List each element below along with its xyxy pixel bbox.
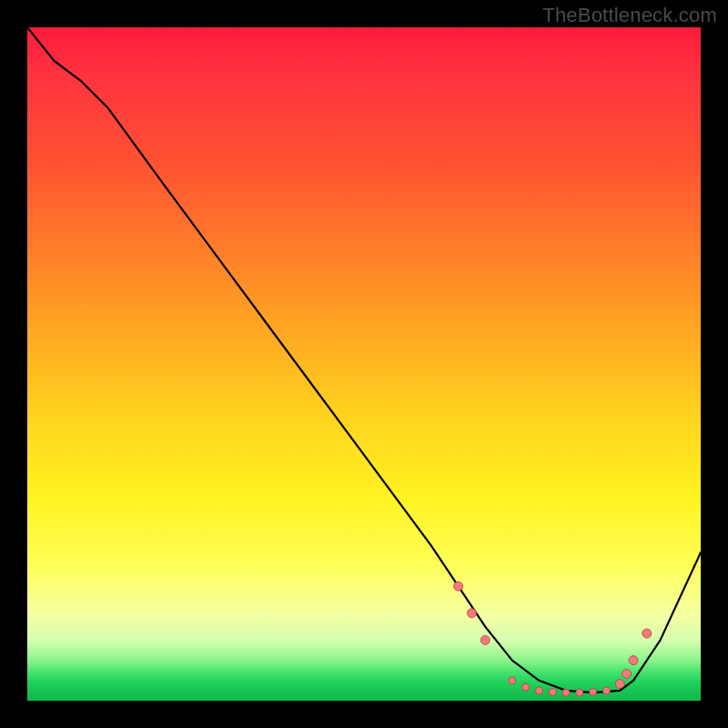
data-marker — [615, 680, 624, 689]
watermark-text: TheBottleneck.com — [542, 4, 717, 27]
chart-container: TheBottleneck.com — [0, 0, 728, 728]
data-markers — [454, 581, 652, 696]
data-marker — [562, 689, 570, 696]
data-marker — [509, 677, 516, 684]
bottleneck-curve — [27, 27, 701, 693]
data-marker — [642, 629, 652, 638]
data-marker — [576, 689, 583, 696]
data-marker — [629, 656, 638, 665]
data-marker — [522, 683, 530, 691]
data-marker — [467, 609, 476, 618]
data-marker — [590, 688, 597, 695]
plot-area — [27, 27, 701, 701]
data-marker — [602, 687, 610, 694]
data-marker — [480, 635, 490, 644]
data-marker — [535, 687, 542, 694]
data-marker — [454, 581, 463, 591]
data-marker — [549, 688, 556, 695]
data-marker — [622, 669, 632, 678]
curve-layer — [27, 27, 701, 701]
